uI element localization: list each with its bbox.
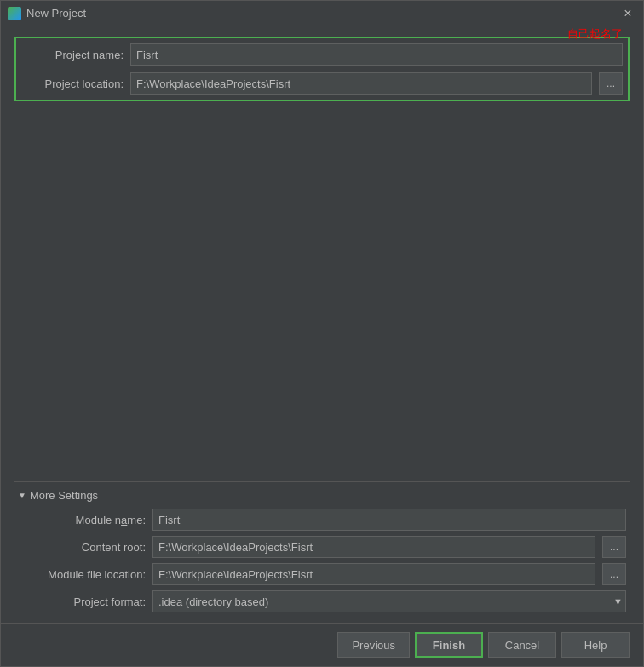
cancel-button[interactable]: Cancel xyxy=(488,632,556,658)
project-location-browse-button[interactable]: ... xyxy=(599,72,623,95)
spacer xyxy=(14,110,630,474)
module-file-location-input[interactable] xyxy=(152,563,595,585)
collapse-icon: ▼ xyxy=(18,491,26,500)
settings-form: Module name: Content root: ... Module fi… xyxy=(14,509,630,612)
more-settings-header[interactable]: ▼ More Settings xyxy=(14,489,630,502)
new-project-dialog: New Project × 自己起名了 Project name: Projec… xyxy=(0,0,644,667)
module-name-label: Module name: xyxy=(18,514,146,526)
project-format-label: Project format: xyxy=(18,595,146,608)
content-root-input[interactable] xyxy=(152,536,595,558)
project-format-select[interactable]: .idea (directory based) .ipr (file based… xyxy=(152,590,626,612)
project-format-select-wrapper: .idea (directory based) .ipr (file based… xyxy=(152,590,626,612)
module-file-location-row: Module file location: ... xyxy=(18,563,626,585)
content-root-label: Content root: xyxy=(18,541,146,554)
project-location-row: Project location: ... xyxy=(21,72,623,95)
project-name-input[interactable] xyxy=(130,43,623,66)
module-file-location-browse-button[interactable]: ... xyxy=(602,563,626,585)
more-settings-label: More Settings xyxy=(30,489,98,502)
project-location-label: Project location: xyxy=(21,78,124,90)
previous-button[interactable]: Previous xyxy=(337,632,410,658)
project-name-row: Project name: xyxy=(21,43,623,66)
project-name-label: Project name: xyxy=(21,49,124,61)
button-row: Previous Finish Cancel Help xyxy=(1,623,643,666)
project-name-location-box: 自己起名了 Project name: Project location: ..… xyxy=(14,37,630,101)
annotation: 自己起名了 xyxy=(567,26,623,42)
module-file-location-label: Module file location: xyxy=(18,568,146,581)
close-button[interactable]: × xyxy=(619,5,636,22)
dialog-title: New Project xyxy=(26,7,86,20)
title-bar: New Project × xyxy=(1,1,643,26)
more-settings-section: ▼ More Settings Module name: Content roo… xyxy=(14,481,630,612)
project-format-row: Project format: .idea (directory based) … xyxy=(18,590,626,612)
app-icon xyxy=(8,7,21,20)
help-button[interactable]: Help xyxy=(561,632,630,658)
finish-button[interactable]: Finish xyxy=(415,632,483,658)
title-bar-left: New Project xyxy=(8,7,86,20)
content-root-row: Content root: ... xyxy=(18,536,626,558)
content-root-browse-button[interactable]: ... xyxy=(602,536,626,558)
content-area: 自己起名了 Project name: Project location: ..… xyxy=(1,26,643,623)
project-location-input[interactable] xyxy=(130,72,592,95)
module-name-row: Module name: xyxy=(18,509,626,531)
project-name-row-wrapper: 自己起名了 Project name: xyxy=(21,43,623,66)
module-name-input[interactable] xyxy=(152,509,626,531)
